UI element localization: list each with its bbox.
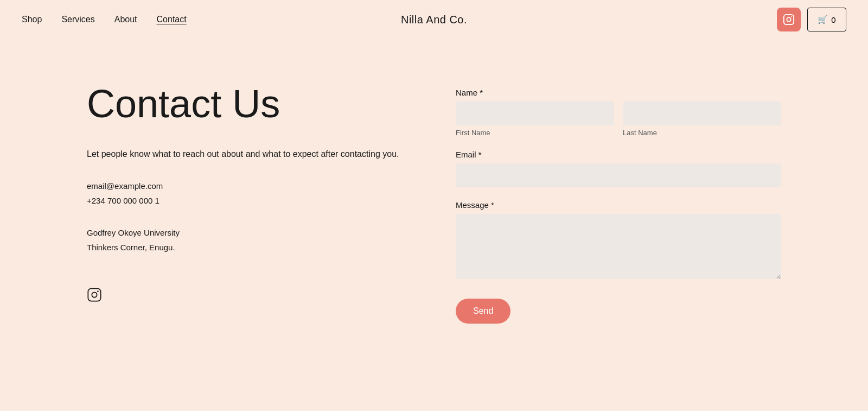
header: Shop Services About Contact Nilla And Co… [0, 0, 868, 39]
nav-left: Shop Services About Contact [22, 15, 187, 24]
first-name-input[interactable] [456, 102, 614, 125]
first-name-field: First Name [456, 102, 614, 137]
address-info: Godfrey Okoye University Thinkers Corner… [87, 225, 412, 255]
svg-point-1 [787, 17, 790, 21]
message-group: Message * [456, 200, 781, 281]
email-input[interactable] [456, 163, 781, 187]
contact-info: email@example.com +234 700 000 000 1 [87, 179, 412, 208]
send-button[interactable]: Send [456, 299, 510, 324]
contact-email: email@example.com [87, 179, 412, 193]
last-name-field: Last Name [623, 102, 781, 137]
last-name-input[interactable] [623, 102, 781, 125]
email-group: Email * [456, 150, 781, 187]
instagram-icon [783, 14, 795, 26]
nav-about[interactable]: About [114, 15, 137, 24]
nav-contact[interactable]: Contact [157, 15, 187, 24]
page-heading: Contact Us [87, 83, 412, 125]
first-name-label: First Name [456, 129, 614, 137]
main-content: Contact Us Let people know what to reach… [0, 39, 868, 356]
svg-rect-0 [784, 15, 794, 24]
svg-point-5 [97, 290, 99, 292]
social-icons [87, 287, 412, 302]
address-line1: Godfrey Okoye University [87, 225, 412, 240]
name-row: First Name Last Name [456, 102, 781, 137]
nav-right: 🛒 0 [777, 8, 846, 31]
svg-point-4 [92, 292, 97, 297]
message-label: Message * [456, 200, 781, 210]
contact-description: Let people know what to reach out about … [87, 147, 412, 161]
cart-count: 0 [831, 15, 835, 24]
contact-form-section: Name * First Name Last Name Email * [456, 83, 781, 324]
instagram-social-icon[interactable] [87, 287, 102, 302]
left-section: Contact Us Let people know what to reach… [87, 83, 412, 324]
svg-point-2 [791, 16, 792, 17]
svg-rect-3 [88, 288, 100, 301]
email-label: Email * [456, 150, 781, 159]
site-title: Nilla And Co. [401, 14, 467, 26]
contact-form: Name * First Name Last Name Email * [456, 88, 781, 324]
name-group: Name * First Name Last Name [456, 88, 781, 137]
name-label: Name * [456, 88, 781, 97]
nav-shop[interactable]: Shop [22, 15, 42, 24]
cart-button[interactable]: 🛒 0 [807, 8, 846, 31]
message-input[interactable] [456, 214, 781, 279]
address-line2: Thinkers Corner, Enugu. [87, 240, 412, 255]
contact-phone: +234 700 000 000 1 [87, 193, 412, 208]
last-name-label: Last Name [623, 129, 781, 137]
cart-icon: 🛒 [818, 15, 828, 24]
nav-services[interactable]: Services [61, 15, 94, 24]
instagram-button[interactable] [777, 8, 801, 31]
